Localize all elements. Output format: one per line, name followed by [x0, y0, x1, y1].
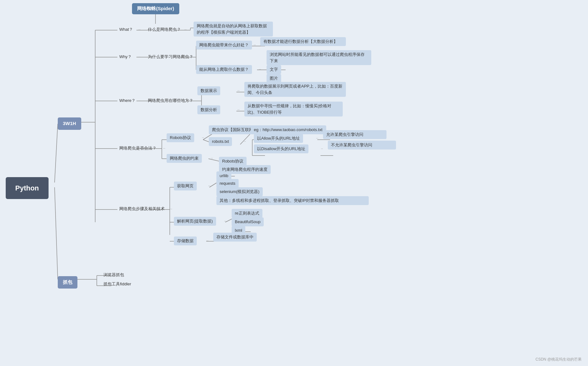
- why-dash: ··: [136, 53, 142, 61]
- where-display-detail: 将爬取的数据展示到网页或者APP上，比如：百度新闻、今日头条: [244, 82, 346, 97]
- where-node: Where？: [117, 96, 137, 105]
- node-capture: 抓包: [58, 276, 77, 289]
- why-good: 网络爬虫能带来什么好处？: [196, 41, 252, 50]
- fetch-dash: ··: [206, 182, 212, 190]
- robots-txt: robots.txt: [209, 137, 232, 146]
- crawl-dash: ··: [168, 205, 174, 213]
- constraint-node: 网络爬虫的约束: [167, 154, 202, 163]
- why-data-dash: ··: [257, 65, 263, 73]
- where-desc-dash: ··: [187, 96, 193, 105]
- where-display: 数据展示: [197, 86, 220, 95]
- why-good-dash: ··: [252, 41, 258, 49]
- why-data: 能从网络上爬取什么数据？: [196, 65, 252, 74]
- legal-node: 网络爬虫是否合法？: [117, 144, 158, 152]
- robots-dash: ··: [200, 133, 206, 142]
- what-detail: 网络爬虫就是自动的从网络上获取数据的程序【模拟客户端浏览器】: [194, 22, 273, 37]
- where-display-dash: ··: [235, 86, 241, 95]
- svg-line-0: [55, 124, 58, 183]
- robots-url2: 以Disallow开头的URL地址: [254, 144, 308, 153]
- fetch4: 其他：多线程和多进程抓取、登录抓取、突破IP封禁和服务器抓取: [216, 196, 369, 205]
- robots-url1: 以Allow开头的URL地址: [254, 134, 303, 143]
- node-spider: 网络蜘蛛(Spider): [132, 3, 179, 14]
- capture1: 浏览器抓包: [102, 271, 126, 279]
- why-data3: 图片: [267, 74, 281, 83]
- where-dash: ··: [136, 96, 142, 105]
- root-node: Python: [6, 177, 49, 199]
- why-desc-dash: ··: [185, 53, 191, 61]
- parse1: re正则表达式: [232, 209, 262, 218]
- robots-node: Robots协议: [167, 133, 194, 142]
- what-desc: 什么是网络爬虫？: [146, 25, 183, 34]
- what-dash: ··: [136, 25, 142, 34]
- watermark: CSDN @桃花坞生动的芒果: [535, 357, 582, 362]
- what-node: What？: [117, 25, 135, 34]
- robots-txt-dash: ··: [242, 137, 248, 145]
- capture2: 抓包工具fiddler: [102, 280, 133, 288]
- why-node: Why？: [117, 53, 134, 61]
- why-data1: 浏览网站时所能看见的数据都可以通过爬虫程序保存下来: [267, 50, 371, 65]
- what-desc-dash: ··: [182, 25, 188, 34]
- store-dash: ··: [204, 236, 210, 245]
- robots-url2-detail: 不允许某爬虫引擎访问: [328, 141, 396, 150]
- node-3w1h: 3W1H: [58, 117, 81, 130]
- robots-eg: eg：http://www.taobao.com/robots.txt: [251, 125, 326, 134]
- store-detail: 存储文件或数据库中: [213, 233, 257, 242]
- where-analysis: 数据分析: [197, 105, 220, 114]
- parse2: BeautifulSoup: [232, 217, 264, 226]
- why-data2: 文字: [267, 65, 281, 74]
- parse-node: 解析网页(提取数据): [174, 217, 216, 226]
- parse-dash: ··: [222, 217, 228, 225]
- where-analysis-dash: ··: [235, 105, 241, 114]
- store-node: 存储数据: [174, 236, 197, 245]
- svg-line-1: [55, 187, 58, 279]
- fetch2: requests: [216, 179, 239, 188]
- fetch3: selenium(模拟浏览器): [216, 187, 263, 196]
- legal-dash: ··: [161, 144, 167, 152]
- robots-url1-detail: 允许某爬虫引擎访问: [323, 130, 386, 139]
- constraint-dash: ··: [209, 154, 215, 162]
- why-good-detail: 有数据才能进行数据分析【大数据分析】: [260, 37, 346, 46]
- fetch-node: 获取网页: [174, 182, 197, 190]
- robots-url1-dash: ··: [314, 134, 320, 142]
- crawl-steps: 网络爬虫步骤及相关技术: [117, 205, 167, 213]
- where-analysis-detail: 从数据中寻找一些规律，比如：慢慢买(价格对比)、TIOBE排行等: [244, 102, 343, 116]
- constraint1: Robots协议: [219, 157, 247, 166]
- robots-url2-dash: ··: [319, 144, 325, 153]
